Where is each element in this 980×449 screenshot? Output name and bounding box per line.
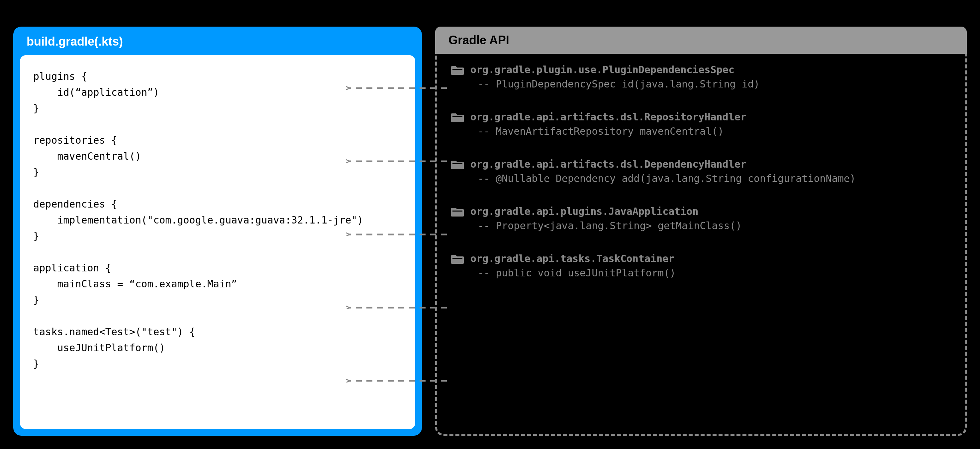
api-class-row: org.gradle.api.tasks.TaskContainer [450, 253, 951, 264]
api-item: org.gradle.api.plugins.JavaApplication -… [450, 206, 951, 232]
api-class-name: org.gradle.api.artifacts.dsl.RepositoryH… [470, 111, 746, 123]
gradle-api-panel: Gradle API org.gradle.plugin.use.PluginD… [435, 27, 967, 436]
build-gradle-panel: build.gradle(.kts) plugins { id(“applica… [13, 27, 422, 436]
api-item: org.gradle.api.artifacts.dsl.RepositoryH… [450, 111, 951, 137]
svg-rect-3 [452, 211, 463, 211]
api-method: -- PluginDependencySpec id(java.lang.Str… [450, 78, 951, 90]
api-item: org.gradle.api.artifacts.dsl.DependencyH… [450, 158, 951, 184]
code-block-application: application { mainClass = “com.example.M… [33, 260, 402, 308]
api-item: org.gradle.api.tasks.TaskContainer -- pu… [450, 253, 951, 279]
api-class-row: org.gradle.plugin.use.PluginDependencies… [450, 64, 951, 75]
api-class-row: org.gradle.api.artifacts.dsl.DependencyH… [450, 158, 951, 170]
folder-icon [450, 253, 465, 264]
diagram-container: build.gradle(.kts) plugins { id(“applica… [13, 27, 967, 436]
api-class-name: org.gradle.api.plugins.JavaApplication [470, 206, 698, 217]
api-class-name: org.gradle.api.artifacts.dsl.DependencyH… [470, 158, 746, 170]
api-class-row: org.gradle.api.plugins.JavaApplication [450, 206, 951, 217]
folder-icon [450, 64, 465, 75]
api-class-row: org.gradle.api.artifacts.dsl.RepositoryH… [450, 111, 951, 123]
code-box: plugins { id(“application”) } repositori… [20, 55, 415, 429]
folder-icon [450, 206, 465, 217]
gradle-api-title: Gradle API [435, 27, 967, 54]
build-gradle-title: build.gradle(.kts) [13, 27, 422, 55]
folder-icon [450, 112, 465, 123]
api-method: -- MavenArtifactRepository mavenCentral(… [450, 125, 951, 137]
api-method: -- public void useJUnitPlatform() [450, 267, 951, 279]
api-method: -- Property<java.lang.String> getMainCla… [450, 220, 951, 232]
code-block-plugins: plugins { id(“application”) } [33, 69, 402, 117]
api-class-name: org.gradle.plugin.use.PluginDependencies… [470, 64, 735, 75]
code-block-dependencies: dependencies { implementation("com.googl… [33, 196, 402, 244]
folder-icon [450, 159, 465, 170]
api-list: org.gradle.plugin.use.PluginDependencies… [437, 54, 965, 289]
api-item: org.gradle.plugin.use.PluginDependencies… [450, 64, 951, 90]
svg-rect-1 [452, 116, 463, 117]
code-block-tasks: tasks.named<Test>("test") { useJUnitPlat… [33, 324, 402, 372]
svg-rect-4 [452, 258, 463, 259]
svg-rect-0 [452, 69, 463, 70]
api-method: -- @Nullable Dependency add(java.lang.St… [450, 173, 951, 184]
svg-rect-2 [452, 163, 463, 164]
api-class-name: org.gradle.api.tasks.TaskContainer [470, 253, 675, 264]
code-block-repositories: repositories { mavenCentral() } [33, 133, 402, 180]
